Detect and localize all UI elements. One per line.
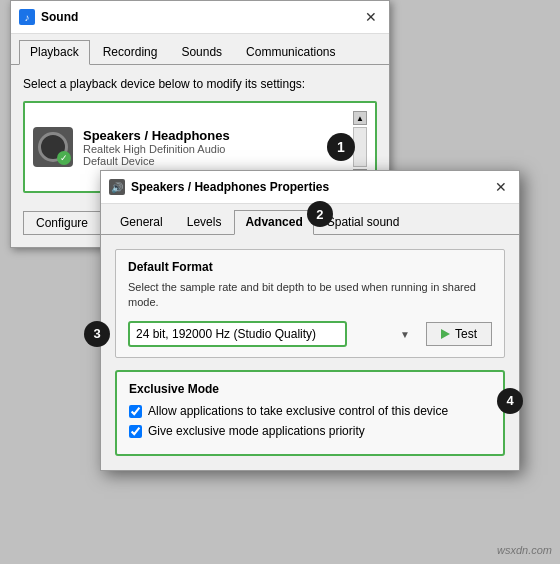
tab-playback[interactable]: Playback xyxy=(19,40,90,65)
props-dialog-title: Speakers / Headphones Properties xyxy=(131,180,329,194)
props-close-button[interactable]: ✕ xyxy=(491,177,511,197)
watermark: wsxdn.com xyxy=(497,544,552,556)
device-info: Speakers / Headphones Realtek High Defin… xyxy=(83,128,345,167)
default-format-section: Default Format Select the sample rate an… xyxy=(115,249,505,358)
format-row: 24 bit, 192000 Hz (Studio Quality) Test xyxy=(128,321,492,347)
default-format-desc: Select the sample rate and bit depth to … xyxy=(128,280,492,311)
exclusive-mode-section: Exclusive Mode Allow applications to tak… xyxy=(115,370,505,456)
default-format-title: Default Format xyxy=(128,260,492,274)
props-title-left: 🔊 Speakers / Headphones Properties xyxy=(109,179,329,195)
exclusive-priority-checkbox[interactable] xyxy=(129,425,142,438)
device-subtitle: Realtek High Definition Audio xyxy=(83,143,345,155)
badge-3: 3 xyxy=(84,321,110,347)
props-dialog: 🔊 Speakers / Headphones Properties ✕ Gen… xyxy=(100,170,520,471)
tab-levels[interactable]: Levels xyxy=(176,210,233,234)
checkbox-row-1: Allow applications to take exclusive con… xyxy=(129,404,491,418)
tab-general[interactable]: General xyxy=(109,210,174,234)
sound-app-icon: ♪ xyxy=(19,9,35,25)
test-button[interactable]: Test xyxy=(426,322,492,346)
props-title-bar: 🔊 Speakers / Headphones Properties ✕ xyxy=(101,171,519,204)
exclusive-control-checkbox[interactable] xyxy=(129,405,142,418)
tab-advanced[interactable]: Advanced 2 xyxy=(234,210,313,235)
device-tag: Default Device xyxy=(83,155,345,167)
badge-2: 2 xyxy=(307,201,333,227)
title-bar-left: ♪ Sound xyxy=(19,9,78,25)
badge-1: 1 xyxy=(327,133,355,161)
exclusive-wrapper: Exclusive Mode Allow applications to tak… xyxy=(115,370,505,456)
sound-tabs: Playback Recording Sounds Communications xyxy=(11,34,389,65)
props-tabs: General Levels Advanced 2 Spatial sound xyxy=(101,204,519,235)
format-select-wrapper: 24 bit, 192000 Hz (Studio Quality) xyxy=(128,321,418,347)
scroll-up[interactable]: ▲ xyxy=(353,111,367,125)
format-row-wrapper: 3 24 bit, 192000 Hz (Studio Quality) Tes… xyxy=(128,321,492,347)
exclusive-control-label: Allow applications to take exclusive con… xyxy=(148,404,448,418)
sound-dialog-title: Sound xyxy=(41,10,78,24)
configure-button[interactable]: Configure xyxy=(23,211,101,235)
device-icon: ✓ xyxy=(33,127,73,167)
props-body: Default Format Select the sample rate an… xyxy=(101,235,519,470)
tab-communications[interactable]: Communications xyxy=(235,40,346,64)
format-select[interactable]: 24 bit, 192000 Hz (Studio Quality) xyxy=(128,321,347,347)
default-check-icon: ✓ xyxy=(57,151,71,165)
test-label: Test xyxy=(455,327,477,341)
checkbox-row-2: Give exclusive mode applications priorit… xyxy=(129,424,491,438)
tab-recording[interactable]: Recording xyxy=(92,40,169,64)
sound-title-bar: ♪ Sound ✕ xyxy=(11,1,389,34)
props-app-icon: 🔊 xyxy=(109,179,125,195)
play-icon xyxy=(441,329,450,339)
sound-description: Select a playback device below to modify… xyxy=(23,77,377,91)
badge-4: 4 xyxy=(497,388,523,414)
device-name: Speakers / Headphones xyxy=(83,128,345,143)
exclusive-mode-title: Exclusive Mode xyxy=(129,382,491,396)
tab-sounds[interactable]: Sounds xyxy=(170,40,233,64)
exclusive-priority-label: Give exclusive mode applications priorit… xyxy=(148,424,365,438)
sound-close-button[interactable]: ✕ xyxy=(361,7,381,27)
scroll-track xyxy=(353,127,367,167)
